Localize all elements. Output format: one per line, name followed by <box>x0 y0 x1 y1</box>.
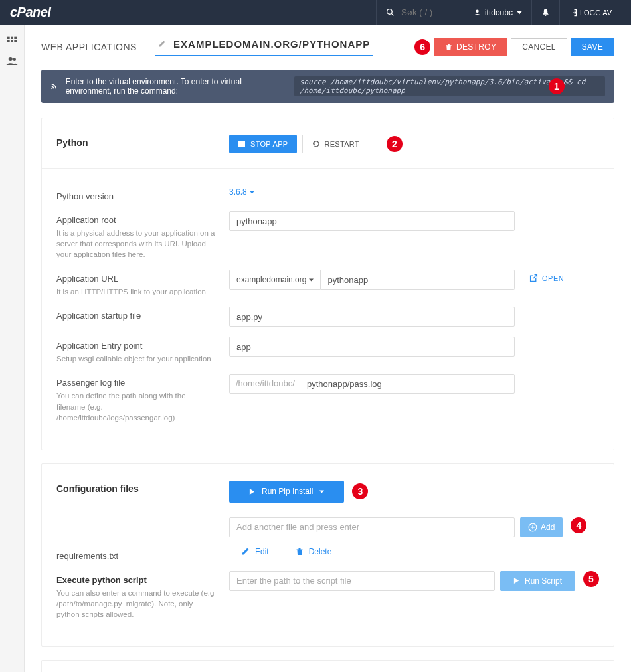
caret-down-icon <box>517 10 522 15</box>
env-panel: Environment variables ADD VARIABLE NO RE… <box>41 660 614 672</box>
destroy-button[interactable]: DESTROY <box>434 38 507 56</box>
script-path-input[interactable] <box>229 571 495 591</box>
svg-point-2 <box>476 9 479 13</box>
startup-file-input[interactable] <box>229 307 515 327</box>
python-label: Python <box>56 135 229 148</box>
logout-label: LOGG AV <box>580 9 612 17</box>
entry-point-label: Application Entry point Setup wsgi calla… <box>56 337 229 364</box>
sidebar <box>0 25 25 672</box>
domain-title-editable[interactable]: EXAMPLEDOMAIN.ORG/PYTHONAPP <box>155 39 373 56</box>
restart-button[interactable]: RESTART <box>302 135 369 153</box>
run-pip-install-button[interactable]: Run Pip Install <box>229 481 344 503</box>
marker-6: 6 <box>414 39 430 55</box>
python-version-select[interactable]: 3.6.8 <box>229 187 254 197</box>
users-icon <box>6 55 18 67</box>
page-title: WEB APPLICATIONS <box>41 42 137 52</box>
restart-icon <box>312 140 320 148</box>
python-version-label: Python version <box>56 187 229 201</box>
search-input[interactable] <box>401 7 454 17</box>
app-url-label: Application URL It is an HTTP/HTTPS link… <box>56 270 229 297</box>
log-file-label: Passenger log file You can define the pa… <box>56 374 229 422</box>
notifications[interactable] <box>531 0 559 25</box>
logout-icon <box>569 9 577 17</box>
marker-3: 3 <box>352 483 368 499</box>
app-root-label: Application root It is a physical addres… <box>56 211 229 260</box>
sidebar-item-users[interactable] <box>0 51 24 71</box>
config-panel: Configuration files Run Pip Install 3 <box>41 463 614 647</box>
caret-down-icon <box>319 489 324 494</box>
trash-icon <box>445 44 452 51</box>
marker-4: 4 <box>571 517 586 533</box>
stop-app-button[interactable]: STOP APP <box>229 135 297 153</box>
pencil-icon <box>241 547 250 556</box>
username-label: ittdoubc <box>485 8 513 17</box>
edit-config-file-button[interactable]: Edit <box>241 547 269 556</box>
svg-rect-5 <box>14 37 17 39</box>
svg-point-9 <box>9 57 13 61</box>
config-file-name: requirements.txt <box>56 547 229 561</box>
save-button[interactable]: SAVE <box>571 38 614 56</box>
search-icon <box>386 8 395 17</box>
execute-script-label: Execute python script You can also enter… <box>56 571 229 620</box>
title-row: WEB APPLICATIONS EXAMPLEDOMAIN.ORG/PYTHO… <box>41 38 614 56</box>
stop-icon <box>238 141 245 147</box>
bell-icon <box>541 8 550 17</box>
caret-down-icon <box>250 190 254 195</box>
caret-down-icon <box>309 278 314 282</box>
info-text: Enter to the virtual environment. To ent… <box>66 77 286 96</box>
play-icon <box>249 489 255 495</box>
svg-rect-6 <box>7 40 10 42</box>
svg-rect-4 <box>11 37 13 39</box>
run-script-button[interactable]: Run Script <box>500 571 575 591</box>
add-config-file-input[interactable] <box>229 517 515 537</box>
marker-5: 5 <box>583 571 599 587</box>
pencil-icon <box>158 40 166 48</box>
marker-1: 1 <box>549 78 565 94</box>
log-path-prefix: /home/ittdoubc/ <box>236 378 295 388</box>
delete-config-file-button[interactable]: Delete <box>296 547 332 556</box>
rss-icon <box>50 82 58 91</box>
logout-button[interactable]: LOGG AV <box>559 0 621 25</box>
entry-point-input[interactable] <box>229 337 515 357</box>
global-search[interactable] <box>376 0 464 25</box>
svg-rect-3 <box>7 37 10 39</box>
external-link-icon <box>529 274 538 282</box>
svg-rect-8 <box>14 40 17 42</box>
svg-rect-12 <box>238 141 245 147</box>
svg-point-0 <box>387 9 393 15</box>
plus-circle-icon <box>528 523 537 532</box>
app-url-path-input[interactable] <box>321 270 515 290</box>
grid-icon <box>7 36 17 46</box>
add-config-file-button[interactable]: Add <box>520 517 563 537</box>
open-url-link[interactable]: OPEN <box>529 270 564 282</box>
svg-line-1 <box>391 13 393 15</box>
cancel-button[interactable]: CANCEL <box>511 38 567 56</box>
marker-2: 2 <box>387 136 403 152</box>
sidebar-item-apps[interactable] <box>0 31 24 51</box>
svg-point-11 <box>51 88 52 89</box>
play-icon <box>513 578 519 584</box>
svg-point-10 <box>13 58 17 62</box>
trash-icon <box>296 548 304 556</box>
svg-rect-7 <box>11 40 13 42</box>
topbar: cPanel ittdoubc LOGG AV <box>0 0 631 25</box>
startup-file-label: Application startup file <box>56 307 229 321</box>
user-icon <box>474 9 481 16</box>
app-url-domain-select[interactable]: exampledomain.org <box>229 270 321 290</box>
python-panel: Python STOP APP RESTART 2 Python version <box>41 118 614 450</box>
app-root-input[interactable] <box>229 211 515 231</box>
config-files-label: Configuration files <box>56 481 229 494</box>
user-menu[interactable]: ittdoubc <box>464 0 531 25</box>
logo: cPanel <box>10 5 50 20</box>
virtualenv-info: Enter to the virtual environment. To ent… <box>41 70 614 103</box>
